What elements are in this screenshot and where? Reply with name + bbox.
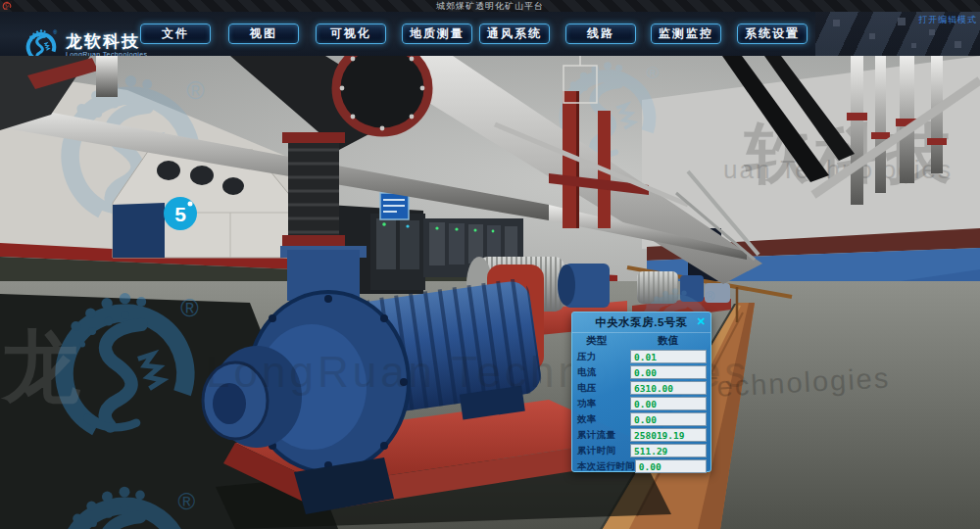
menu-ventilation-system[interactable]: 通风系统 bbox=[479, 24, 550, 44]
table-row: 累计流量 258019.19 bbox=[577, 427, 707, 443]
menu-monitoring[interactable]: 监测监控 bbox=[651, 24, 721, 44]
row-label: 效率 bbox=[577, 413, 630, 426]
table-row: 压力 0.01 bbox=[577, 349, 707, 364]
column-header-value: 数值 bbox=[658, 334, 678, 348]
row-value-field: 0.01 bbox=[630, 350, 707, 363]
panel-close-button[interactable]: ✕ bbox=[697, 315, 706, 328]
pump-data-panel: 中央水泵房.5号泵 ✕ 类型 数值 压力 0.01 电流 0.00 电压 631… bbox=[571, 312, 711, 472]
row-value-field: 0.00 bbox=[630, 412, 707, 426]
window-title-bar: 城郊煤矿透明化矿山平台 bbox=[0, 0, 980, 12]
pump-data-rows: 压力 0.01 电流 0.00 电压 6310.00 功率 0.00 效率 0.… bbox=[572, 348, 710, 474]
watermark-cn-char: 龙 bbox=[0, 323, 81, 410]
svg-text:5: 5 bbox=[174, 203, 186, 225]
row-value-field: 0.00 bbox=[635, 459, 707, 473]
row-value-field: 258019.19 bbox=[630, 428, 707, 442]
table-row: 功率 0.00 bbox=[577, 396, 707, 411]
scene-3d-viewport[interactable]: ® 软科技 uan Technologies bbox=[0, 56, 980, 529]
table-row: 本次运行时间 0.00 bbox=[577, 458, 707, 474]
open-edit-mode-toggle[interactable]: 打开编辑模式 bbox=[918, 14, 977, 26]
menu-view[interactable]: 视图 bbox=[228, 24, 299, 44]
table-row: 效率 0.00 bbox=[577, 411, 707, 427]
window-title: 城郊煤矿透明化矿山平台 bbox=[436, 0, 544, 12]
row-value-field: 511.29 bbox=[630, 444, 707, 457]
table-row: 电压 6310.00 bbox=[577, 380, 707, 396]
row-value-field: 0.00 bbox=[630, 397, 707, 410]
row-label: 压力 bbox=[577, 351, 630, 363]
menu-visualization[interactable]: 可视化 bbox=[316, 24, 386, 44]
menu-geological-survey[interactable]: 地质测量 bbox=[402, 24, 472, 44]
row-value-field: 6310.00 bbox=[630, 381, 707, 395]
app-dragon-icon bbox=[2, 1, 12, 11]
row-label: 电流 bbox=[577, 366, 630, 379]
main-header: 龙软科技 LongRuan Technologies 文件 视图 可视化 地质测… bbox=[0, 12, 980, 58]
row-label: 功率 bbox=[577, 398, 630, 410]
menu-system-settings[interactable]: 系统设置 bbox=[737, 24, 808, 44]
brand-name: 龙软科技 bbox=[66, 33, 147, 51]
application-window: 城郊煤矿透明化矿山平台 龙软科技 LongRuan Technologies 文… bbox=[0, 0, 980, 529]
row-label: 累计流量 bbox=[577, 429, 630, 442]
table-row: 累计时间 511.29 bbox=[577, 443, 707, 458]
pump-data-panel-title: 中央水泵房.5号泵 bbox=[595, 315, 688, 330]
menu-lines[interactable]: 线路 bbox=[565, 24, 636, 44]
table-row: 电流 0.00 bbox=[577, 364, 707, 380]
menu-file[interactable]: 文件 bbox=[140, 24, 211, 44]
pump-data-panel-header[interactable]: 中央水泵房.5号泵 ✕ bbox=[572, 313, 710, 333]
row-value-field: 0.00 bbox=[630, 365, 707, 379]
row-label: 本次运行时间 bbox=[577, 460, 635, 473]
row-label: 电压 bbox=[577, 382, 630, 395]
row-label: 累计时间 bbox=[577, 445, 630, 457]
column-header-type: 类型 bbox=[586, 334, 607, 348]
pump-number-badge[interactable]: 5 bbox=[164, 197, 197, 230]
